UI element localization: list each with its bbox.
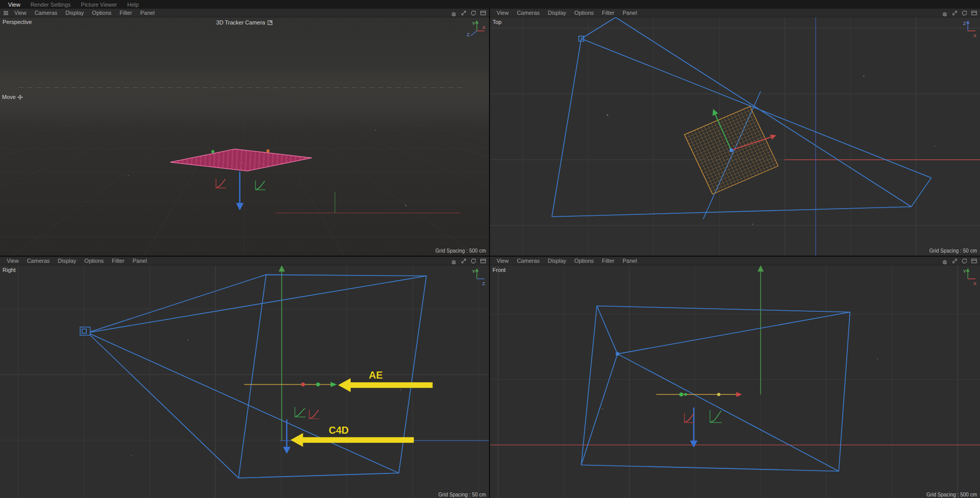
axis-orientation-widget[interactable]: Y X — [957, 266, 978, 288]
menu-display[interactable]: Display — [54, 258, 80, 264]
menu-display[interactable]: Display — [544, 258, 570, 264]
front-menubar: View Cameras Display Options Filter Pane… — [490, 257, 980, 265]
viewport-name-label: Front — [493, 267, 506, 273]
menu-view[interactable]: View — [493, 258, 513, 264]
pan-view-icon[interactable] — [451, 258, 457, 264]
axis-orientation-widget[interactable]: Y Z — [465, 266, 487, 288]
axis-label-y: Y — [963, 269, 967, 274]
toggle-view-icon[interactable] — [971, 10, 977, 16]
plane-green-handle[interactable] — [211, 150, 214, 153]
perspective-canvas[interactable]: Perspective 3D Tracker Camera Move Grid … — [0, 17, 489, 256]
menu-filter[interactable]: Filter — [115, 10, 136, 16]
menu-options[interactable]: Options — [570, 10, 598, 16]
menu-filter[interactable]: Filter — [108, 258, 128, 264]
top-menubar: View Cameras Display Options Filter Pane… — [490, 9, 980, 17]
grid-spacing-label: Grid Spacing : 50 cm — [438, 492, 486, 497]
viewport-name-label: Top — [493, 19, 502, 25]
menu-panel[interactable]: Panel — [619, 258, 641, 264]
gizmo-green-dot-small[interactable] — [684, 393, 687, 395]
viewport-right: View Cameras Display Options Filter Pane… — [0, 257, 489, 498]
menu-display[interactable]: Display — [61, 10, 88, 16]
c4d-annotation-text: C4D — [329, 425, 349, 436]
menu-view[interactable]: View — [3, 258, 23, 264]
axis-label-y: Y — [472, 21, 476, 26]
axis-label-x: X — [973, 281, 977, 286]
toggle-view-icon[interactable] — [480, 258, 486, 264]
right-canvas[interactable]: AE C4D Right Grid Spacing : 50 cm Y Z — [0, 265, 489, 498]
rotate-view-icon[interactable] — [470, 258, 477, 264]
grid-spacing-label: Grid Spacing : 500 cm — [926, 492, 977, 497]
move-tool-icon — [17, 94, 23, 100]
axis-label-z: Z — [963, 21, 966, 26]
active-tool-hint: Move — [2, 94, 23, 100]
axis-label-x: X — [973, 33, 977, 38]
grid-spacing-label: Grid Spacing : 500 cm — [435, 248, 486, 254]
menu-panel[interactable]: Panel — [136, 10, 159, 16]
gizmo-green-dot[interactable] — [316, 383, 320, 386]
zoom-view-icon[interactable] — [951, 10, 958, 16]
menu-options[interactable]: Options — [570, 258, 598, 264]
menu-view[interactable]: View — [493, 10, 513, 16]
plane-orange-handle[interactable] — [266, 150, 270, 153]
zoom-view-icon[interactable] — [460, 10, 467, 16]
top-canvas[interactable]: Top Grid Spacing : 50 cm Z X — [490, 17, 980, 256]
menu-view[interactable]: View — [10, 10, 31, 16]
tool-hint-text: Move — [2, 94, 16, 100]
menu-cameras[interactable]: Cameras — [513, 10, 544, 16]
menu-filter[interactable]: Filter — [598, 258, 618, 264]
camera-tag-icon — [267, 20, 273, 26]
right-background — [0, 265, 489, 498]
menu-panel[interactable]: Panel — [619, 10, 641, 16]
rotate-view-icon[interactable] — [961, 10, 968, 16]
grid-spacing-label: Grid Spacing : 50 cm — [929, 248, 977, 254]
menu-cameras[interactable]: Cameras — [31, 10, 62, 16]
axis-label-z: Z — [482, 281, 485, 286]
menu-filter[interactable]: Filter — [598, 10, 618, 16]
menu-cameras[interactable]: Cameras — [23, 258, 54, 264]
gizmo-green-dot[interactable] — [679, 392, 683, 396]
camera-icon[interactable] — [80, 327, 90, 335]
rotate-view-icon[interactable] — [470, 10, 477, 16]
axis-orientation-widget[interactable]: Y X Z — [465, 18, 487, 40]
global-menu-help[interactable]: Help — [122, 2, 144, 8]
toggle-view-icon[interactable] — [480, 10, 486, 16]
menu-hamburger-icon[interactable] — [3, 10, 9, 16]
active-camera-label[interactable]: 3D Tracker Camera — [216, 19, 273, 26]
axis-label-x: X — [482, 25, 486, 30]
axis-label-z: Z — [467, 32, 470, 37]
perspective-scene[interactable] — [0, 17, 489, 256]
axis-orientation-widget[interactable]: Z X — [957, 18, 978, 40]
global-menu-picture-viewer[interactable]: Picture Viewer — [76, 2, 122, 8]
right-scene[interactable]: AE C4D — [0, 265, 489, 498]
menu-display[interactable]: Display — [544, 10, 570, 16]
top-scene[interactable] — [490, 17, 980, 256]
global-menubar: View Render Settings Picture Viewer Help — [0, 0, 980, 9]
perspective-menubar: View Cameras Display Options Filter Pane… — [0, 9, 489, 17]
pan-view-icon[interactable] — [942, 258, 948, 264]
zoom-view-icon[interactable] — [460, 258, 467, 264]
plane-center-point[interactable] — [729, 148, 733, 152]
menu-panel[interactable]: Panel — [129, 258, 151, 264]
viewport-name-label: Right — [3, 267, 16, 273]
right-menubar: View Cameras Display Options Filter Pane… — [0, 257, 489, 265]
menu-options[interactable]: Options — [88, 10, 115, 16]
front-canvas[interactable]: Front Grid Spacing : 500 cm Y X — [490, 265, 980, 498]
gizmo-red-dot[interactable] — [301, 383, 305, 386]
front-scene[interactable] — [490, 265, 980, 498]
rotate-view-icon[interactable] — [961, 258, 968, 264]
global-menu-view[interactable]: View — [3, 2, 26, 8]
pan-view-icon[interactable] — [451, 10, 457, 16]
menu-options[interactable]: Options — [80, 258, 108, 264]
toggle-view-icon[interactable] — [971, 258, 977, 264]
viewport-front: View Cameras Display Options Filter Pane… — [490, 257, 980, 498]
pan-view-icon[interactable] — [942, 10, 948, 16]
camera-icon[interactable] — [616, 352, 619, 356]
ae-annotation-text: AE — [369, 370, 382, 381]
global-menu-render-settings[interactable]: Render Settings — [26, 2, 76, 8]
viewport-top: View Cameras Display Options Filter Pane… — [490, 9, 980, 256]
camera-label-text: 3D Tracker Camera — [216, 19, 265, 26]
zoom-view-icon[interactable] — [951, 258, 958, 264]
gizmo-yellow-dot[interactable] — [717, 393, 720, 396]
viewport-name-label: Perspective — [3, 19, 32, 25]
menu-cameras[interactable]: Cameras — [513, 258, 544, 264]
